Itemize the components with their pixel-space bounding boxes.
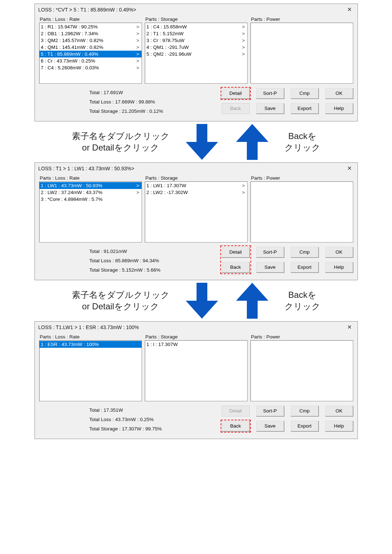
ok-button[interactable]: OK: [325, 247, 353, 258]
list-item[interactable]: 7 : C4 : 5.2608mW : 0.03%>: [40, 64, 142, 71]
close-icon[interactable]: ✕: [345, 165, 354, 172]
export-button[interactable]: Export: [291, 103, 319, 114]
list-item[interactable]: 2 : T1 : 5.152mW>: [145, 30, 247, 37]
totals: Total : 17.691W Total Loss : 17.669W : 9…: [39, 88, 222, 116]
export-button[interactable]: Export: [291, 421, 319, 431]
list-item[interactable]: 1 : LW1 : 43.73mW : 50.93%>: [40, 182, 142, 189]
list-item-text: 5 : QM2 : -291.96uW: [147, 51, 192, 57]
list-item-text: 4 : QM1 : 145.41mW : 0.82%: [41, 44, 103, 51]
power-listbox[interactable]: [250, 23, 353, 84]
list-item[interactable]: 2 : LW2 : 37.24mW : 43.37%>: [40, 189, 142, 196]
button-grid: DetailSort-PCmpOKBackSaveExportHelp: [222, 88, 353, 116]
back-button[interactable]: Back: [222, 421, 250, 431]
list-item[interactable]: 6 : Cr : 43.73mW : 0.25%>: [40, 57, 142, 64]
list-item[interactable]: 1 : R1 : 15.947W : 90.25%>: [40, 23, 142, 30]
sortp-button[interactable]: Sort-P: [256, 247, 284, 258]
annotation-down-left: 素子名をダブルクリックor Detailをクリック: [72, 130, 170, 154]
list-item-text: 6 : Cr : 43.73mW : 0.25%: [41, 57, 96, 64]
list-item[interactable]: 5 : QM2 : -291.96uW>: [145, 51, 247, 57]
button-grid: DetailSort-PCmpOKBackSaveExportHelp: [222, 406, 353, 434]
ok-button[interactable]: OK: [325, 88, 353, 99]
help-button[interactable]: Help: [325, 421, 353, 431]
power-listbox[interactable]: [250, 181, 353, 243]
svg-marker-3: [236, 283, 268, 319]
power-listbox[interactable]: [250, 340, 353, 401]
col-label-loss: Parts : Loss : Rate: [40, 334, 142, 340]
help-button[interactable]: Help: [325, 262, 353, 273]
chevron-right-icon: >: [137, 23, 139, 30]
col-label-storage: Parts : Storage: [146, 334, 248, 340]
button-grid: DetailBackSort-PCmpOKSaveExportHelp: [222, 247, 353, 275]
list-item-text: 3 : QM2 : 145.57mW : 0.82%: [41, 37, 103, 44]
cmp-button[interactable]: Cmp: [291, 247, 319, 258]
list-item-text: 1 : R1 : 15.947W : 90.25%: [41, 23, 98, 30]
dialog-header: LOSS : T1.LW1 > 1 : ESR : 43.73mW : 100%…: [35, 322, 358, 333]
arrow-down-icon: [184, 122, 220, 162]
list-item[interactable]: 4 : QM1 : -291.7uW>: [145, 44, 247, 51]
totals: Total : 17.351W Total Loss : 43.73mW : 0…: [39, 406, 222, 434]
help-button[interactable]: Help: [325, 103, 353, 114]
loss-dialog-3: LOSS : T1.LW1 > 1 : ESR : 43.73mW : 100%…: [34, 321, 358, 439]
save-button[interactable]: Save: [256, 421, 284, 431]
total-loss-line: Total Loss : 85.869mW : 94.34%: [89, 256, 222, 266]
dialog-title: LOSS : T1 > 1 : LW1 : 43.73mW : 50.93%>: [38, 166, 134, 171]
col-label-storage: Parts : Storage: [146, 175, 248, 181]
svg-marker-2: [186, 283, 218, 319]
storage-listbox[interactable]: 1 : LW1 : 17.307W>2 : LW2 : -17.302W>: [145, 181, 248, 243]
cmp-button[interactable]: Cmp: [291, 88, 319, 99]
chevron-right-icon: >: [137, 189, 139, 196]
storage-listbox[interactable]: 1 : C4 : 15.658mW>2 : T1 : 5.152mW>3 : C…: [145, 23, 248, 84]
close-icon[interactable]: ✕: [345, 324, 354, 331]
list-item[interactable]: 1 : C4 : 15.658mW>: [145, 23, 247, 30]
chevron-right-icon: >: [137, 182, 139, 189]
dialog-header: LOSS : T1 > 1 : LW1 : 43.73mW : 50.93%> …: [35, 163, 358, 174]
list-item[interactable]: 1 : ESR : 43.73mW : 100%: [40, 341, 142, 348]
loss-dialog-2: LOSS : T1 > 1 : LW1 : 43.73mW : 50.93%> …: [34, 162, 358, 280]
export-button[interactable]: Export: [291, 262, 319, 273]
col-label-storage: Parts : Storage: [146, 17, 248, 22]
loss-listbox[interactable]: 1 : ESR : 43.73mW : 100%: [39, 340, 142, 401]
detail-back-highlight: DetailBack: [222, 247, 250, 273]
list-item-text: 1 : LW1 : 17.307W: [147, 182, 186, 189]
col-label-power: Parts : Power: [251, 17, 353, 22]
detail-button[interactable]: Detail: [222, 247, 250, 258]
annotation-row-1: 素子名をダブルクリックor Detailをクリック Backをクリック: [4, 122, 388, 162]
col-label-power: Parts : Power: [251, 175, 353, 181]
close-icon[interactable]: ✕: [345, 6, 354, 13]
list-item[interactable]: 4 : QM1 : 145.41mW : 0.82%>: [40, 44, 142, 51]
list-item[interactable]: 2 : LW2 : -17.302W>: [145, 189, 247, 196]
sortp-button[interactable]: Sort-P: [256, 88, 284, 99]
annotation-row-2: 素子名をダブルクリックor Detailをクリック Backをクリック: [4, 281, 388, 320]
save-button[interactable]: Save: [256, 262, 284, 273]
storage-listbox[interactable]: 1 : l : 17.307W: [145, 340, 248, 401]
list-item[interactable]: 3 : QM2 : 145.57mW : 0.82%>: [40, 37, 142, 44]
dialog-header: LOSS : *CVT > 5 : T1 : 85.869mW : 0.49%>…: [35, 4, 358, 15]
list-item[interactable]: 2 : DB1 : 1.2962W : 7.34%>: [40, 30, 142, 37]
loss-listbox[interactable]: 1 : R1 : 15.947W : 90.25%>2 : DB1 : 1.29…: [39, 23, 142, 84]
total-line: Total : 17.691W: [89, 88, 222, 97]
detail-button[interactable]: Detail: [222, 88, 250, 99]
annotation-text: Backをクリック: [285, 130, 320, 154]
list-item-text: 2 : LW2 : 37.24mW : 43.37%: [41, 189, 103, 196]
cmp-button[interactable]: Cmp: [291, 406, 319, 416]
svg-marker-0: [186, 124, 218, 160]
list-item[interactable]: 3 : *Core : 4.8984mW : 5.7%: [40, 196, 142, 203]
list-item[interactable]: 1 : LW1 : 17.307W>: [145, 182, 247, 189]
total-loss-line: Total Loss : 17.669W : 99.88%: [89, 97, 222, 107]
list-item-text: 2 : T1 : 5.152mW: [147, 30, 184, 37]
list-item[interactable]: 3 : Cr : 978.75uW>: [145, 37, 247, 44]
ok-button[interactable]: OK: [325, 406, 353, 416]
save-button[interactable]: Save: [256, 103, 284, 114]
list-item[interactable]: 1 : l : 17.307W: [145, 341, 247, 348]
dialog-title: LOSS : *CVT > 5 : T1 : 85.869mW : 0.49%>: [38, 7, 137, 13]
loss-listbox[interactable]: 1 : LW1 : 43.73mW : 50.93%>2 : LW2 : 37.…: [39, 181, 142, 243]
list-item-text: 7 : C4 : 5.2608mW : 0.03%: [41, 64, 99, 71]
back-button[interactable]: Back: [222, 262, 250, 273]
sortp-button[interactable]: Sort-P: [256, 406, 284, 416]
totals: Total : 91.021mW Total Loss : 85.869mW :…: [39, 247, 222, 275]
list-item-text: 3 : *Core : 4.8984mW : 5.7%: [41, 196, 103, 203]
list-item-text: 4 : QM1 : -291.7uW: [147, 44, 189, 51]
list-item[interactable]: 5 : T1 : 85.869mW : 0.49%>: [40, 51, 142, 57]
chevron-right-icon: >: [242, 23, 245, 30]
list-item-text: 1 : ESR : 43.73mW : 100%: [41, 341, 99, 348]
